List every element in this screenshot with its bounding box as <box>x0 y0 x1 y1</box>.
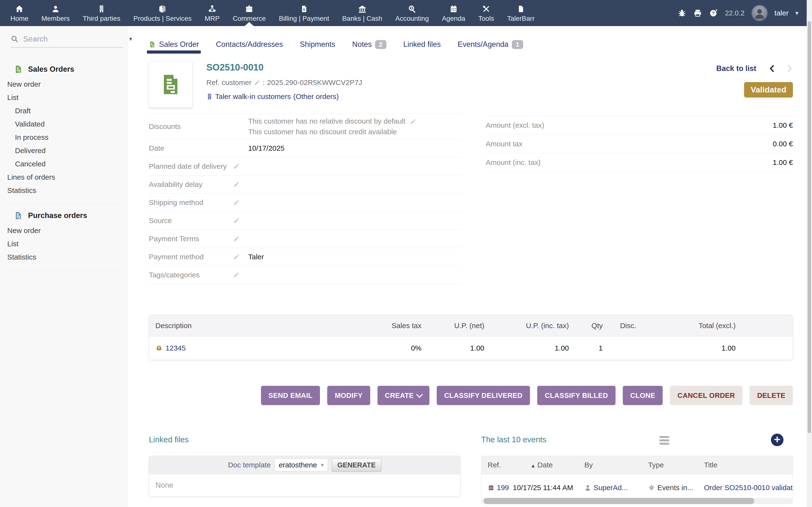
detail-row-tags-categories: Tags/categories <box>149 266 461 284</box>
cancel-order-button[interactable]: CANCEL ORDER <box>670 386 743 405</box>
events-header-date[interactable]: ▲Date <box>513 461 585 469</box>
edit-payment-method-pencil-icon[interactable] <box>233 254 240 260</box>
sidebar-section-purchase-orders: Purchase orders <box>7 211 127 220</box>
tab-contacts-addresses[interactable]: Contacts/Addresses <box>216 40 283 49</box>
scrollbar-thumb[interactable] <box>484 498 754 504</box>
sidebar-item-so-lines-of-orders[interactable]: Lines of orders <box>7 170 127 184</box>
events-table-header: Ref. ▲Date By Type Title <box>481 456 793 474</box>
sidebar-item-so-statistics[interactable]: Statistics <box>7 184 127 197</box>
event-by-link[interactable]: SuperAd... <box>594 484 628 492</box>
previous-record-chevron-icon[interactable] <box>768 65 775 72</box>
sidebar-item-po-new-order[interactable]: New order <box>7 224 127 237</box>
back-to-list-link[interactable]: Back to list <box>716 64 756 73</box>
next-record-chevron-icon <box>787 65 793 72</box>
nav-members[interactable]: Members <box>35 0 77 26</box>
tab-events-agenda[interactable]: Events/Agenda 1 <box>458 40 523 49</box>
detail-row-date: Date 10/17/2025 <box>149 139 461 157</box>
sidebar-item-so-in-process[interactable]: In process <box>7 131 127 144</box>
edit-tags-pencil-icon[interactable] <box>233 272 240 278</box>
event-ref-link[interactable]: 199 <box>497 484 509 492</box>
events-list-view-icon[interactable] <box>660 436 669 445</box>
nav-billing-payment[interactable]: $ Billing | Payment <box>272 0 336 26</box>
events-header-ref[interactable]: Ref. <box>488 461 513 469</box>
edit-discount-pencil-icon[interactable] <box>410 119 416 125</box>
amount-excl-tax-value: 1.00 € <box>773 121 793 129</box>
top-navbar: Home Members Third parties Products | Se… <box>0 0 812 26</box>
edit-ref-customer-pencil-icon[interactable] <box>254 79 260 86</box>
page-vertical-scrollbar[interactable] <box>807 0 812 507</box>
nav-products-services[interactable]: Products | Services <box>127 0 198 26</box>
events-header-title[interactable]: Title <box>704 461 793 469</box>
send-email-button[interactable]: SEND EMAIL <box>261 386 320 405</box>
sidebar-search: ▾ <box>11 34 123 48</box>
detail-row-discounts: Discounts This customer has no relative … <box>149 114 461 139</box>
tab-notes[interactable]: Notes 2 <box>352 40 386 49</box>
nav-accounting[interactable]: $ Accounting <box>389 0 436 26</box>
nav-tools[interactable]: Tools <box>472 0 501 26</box>
sidebar-item-so-new-order[interactable]: New order <box>7 77 127 91</box>
calendar-icon <box>449 4 458 14</box>
svg-text:?: ? <box>712 11 715 16</box>
edit-source-pencil-icon[interactable] <box>233 218 240 224</box>
sidebar-item-po-statistics[interactable]: Statistics <box>7 250 127 264</box>
sidebar-item-so-list[interactable]: List <box>7 91 127 104</box>
company-link[interactable]: Taler walk-in customers <box>215 93 291 101</box>
modify-button[interactable]: MODIFY <box>327 386 370 405</box>
events-header-by[interactable]: By <box>585 461 648 469</box>
nav-home[interactable]: Home <box>4 0 35 26</box>
print-icon[interactable] <box>693 9 702 17</box>
event-row: 199 10/17/25 11:44 AM SuperAd... Events … <box>481 474 793 501</box>
company-line: Taler walk-in customers (Other orders) <box>206 93 617 101</box>
bug-icon[interactable] <box>678 9 686 17</box>
event-title-link[interactable]: Order SO2510-0010 validated <box>704 484 793 492</box>
nav-banks-cash[interactable]: Banks | Cash <box>336 0 389 26</box>
search-input[interactable] <box>23 34 125 44</box>
edit-shipping-method-pencil-icon[interactable] <box>233 200 240 206</box>
dolibarr-sales-order-page: Home Members Third parties Products | Se… <box>0 0 812 507</box>
delete-button[interactable]: DELETE <box>750 386 793 405</box>
select-caret-icon: ▾ <box>321 462 324 468</box>
nav-talerbarr[interactable]: TalerBarr <box>501 0 541 26</box>
events-header-type[interactable]: Type <box>648 461 704 469</box>
scrollbar-thumb[interactable] <box>808 21 811 433</box>
add-event-button[interactable]: + <box>771 434 783 446</box>
create-dropdown-button[interactable]: CREATE <box>377 386 429 405</box>
sidebar-item-po-list[interactable]: List <box>7 237 127 250</box>
tab-shipments[interactable]: Shipments <box>300 40 335 49</box>
sidebar-item-so-draft[interactable]: Draft <box>7 104 127 117</box>
nav-commerce[interactable]: Commerce <box>226 0 272 26</box>
user-avatar[interactable] <box>751 5 768 21</box>
main-menu: Home Members Third parties Products | Se… <box>4 0 541 26</box>
edit-planned-delivery-pencil-icon[interactable] <box>233 163 240 169</box>
tab-sales-order[interactable]: Sales Order <box>149 40 199 49</box>
sidebar-menu: Sales Orders New order List Draft Valida… <box>0 48 127 271</box>
nav-mrp[interactable]: MRP <box>198 0 226 26</box>
clone-button[interactable]: CLONE <box>623 386 663 405</box>
detail-row-source: Source <box>149 212 461 230</box>
events-horizontal-scrollbar[interactable] <box>481 498 793 504</box>
generate-button[interactable]: GENERATE <box>332 458 382 472</box>
classify-delivered-button[interactable]: CLASSIFY DELIVERED <box>437 386 530 405</box>
product-box-icon <box>158 4 167 14</box>
nav-third-parties[interactable]: Third parties <box>76 0 127 26</box>
user-menu-chevron-down-icon[interactable]: ▾ <box>795 9 799 17</box>
sidebar-item-so-validated[interactable]: Validated <box>7 117 127 131</box>
sidebar-item-so-canceled[interactable]: Canceled <box>7 157 127 170</box>
edit-payment-terms-pencil-icon[interactable] <box>233 236 240 242</box>
username-label[interactable]: taler <box>774 9 789 17</box>
event-date: 10/17/25 11:44 AM <box>513 484 585 492</box>
other-orders-link[interactable]: (Other orders) <box>293 93 339 101</box>
nav-agenda[interactable]: Agenda <box>436 0 472 26</box>
sidebar-divider <box>3 270 123 271</box>
doc-template-select[interactable]: eratosthene ▾ <box>274 458 328 471</box>
tab-linked-files[interactable]: Linked files <box>403 40 441 49</box>
edit-availability-pencil-icon[interactable] <box>233 181 240 187</box>
search-dropdown-caret-icon[interactable]: ▾ <box>129 35 134 43</box>
help-icon[interactable]: ? <box>709 9 718 17</box>
amount-tax-value: 0.00 € <box>773 140 793 148</box>
product-link[interactable]: 12345 <box>165 344 186 352</box>
status-badge: Validated <box>744 82 793 98</box>
order-header: SO2510-0010 Ref. customer : 2025.290-02R… <box>206 62 617 101</box>
sidebar-item-so-delivered[interactable]: Delivered <box>7 144 127 157</box>
classify-billed-button[interactable]: CLASSIFY BILLED <box>537 386 615 405</box>
